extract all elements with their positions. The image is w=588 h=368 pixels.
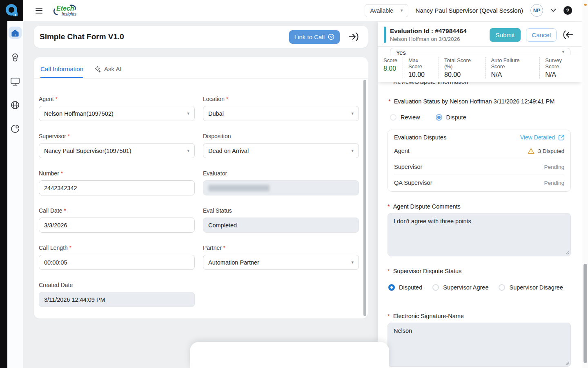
field-label: Disposition xyxy=(203,133,359,139)
radio-supervisor-disagree[interactable]: Supervisor Disagree xyxy=(499,284,563,291)
pie-chart-icon xyxy=(10,124,20,134)
agent-dispute-comments-textarea[interactable]: I don't agree with three points xyxy=(388,213,571,256)
location-select[interactable]: Dubai ▾ xyxy=(203,106,359,121)
sidebar-item-web[interactable] xyxy=(10,100,20,110)
agent-badge-icon xyxy=(10,53,20,63)
form-tabs: Call Information Ask AI xyxy=(34,57,368,79)
number-input[interactable]: 2442342342 xyxy=(39,180,195,195)
hamburger-menu-icon[interactable] xyxy=(36,8,42,13)
auto-failure-score-item: Auto Failure Score N/A xyxy=(485,57,539,79)
evaluation-id: Evaluation Id : #47984464 xyxy=(390,27,467,35)
partner-select[interactable]: Automation Partner ▾ xyxy=(203,255,359,270)
field-call-length: Call Length 00:00:05 xyxy=(39,245,195,270)
max-score-item: Max Score 10.00 xyxy=(403,57,439,79)
svg-text:Etech: Etech xyxy=(56,5,74,12)
field-agent: Agent Nelson Hoffman(1097502) ▾ xyxy=(39,96,195,121)
sidebar-item-agents[interactable] xyxy=(10,53,20,63)
accent-bar xyxy=(384,27,386,43)
radio-circle xyxy=(499,284,505,291)
left-rail xyxy=(0,0,7,368)
radio-disputed[interactable]: Disputed xyxy=(388,284,422,291)
form-scrollbar[interactable] xyxy=(363,80,366,316)
chevron-down-icon: ▾ xyxy=(351,111,354,116)
field-label: Call Date xyxy=(39,207,195,214)
topbar-right: Available ▾ Nancy Paul Supervisor (Qeval… xyxy=(365,4,572,17)
sidebar-item-desktop[interactable] xyxy=(10,77,20,86)
radio-dispute[interactable]: Dispute xyxy=(436,114,466,121)
back-arrow-icon[interactable] xyxy=(563,29,574,40)
evaluation-panel: Evaluation Id : #47984464 Nelson Hoffman… xyxy=(378,22,582,368)
call-information-card: Call Information Ask AI Agent xyxy=(34,57,368,319)
call-length-input[interactable]: 00:00:05 xyxy=(39,255,195,270)
warning-icon xyxy=(528,148,535,154)
radio-review[interactable]: Review xyxy=(390,114,420,121)
survey-score-item: Survey Score N/A xyxy=(539,57,582,79)
field-number: Number 2442342342 xyxy=(39,170,195,195)
chevron-down-icon: ▾ xyxy=(187,111,189,116)
supervisor-dispute-status-label: *Supervisor Dispute Status xyxy=(388,268,571,274)
evaluation-body: Review/Dispute Information *Evaluation S… xyxy=(378,78,582,367)
dispute-row-qa-supervisor: QA Supervisor Pending xyxy=(394,175,564,191)
link-to-call-button[interactable]: Link to Call xyxy=(289,30,340,44)
agent-dispute-comments-label: *Agent Dispute Comments xyxy=(388,203,571,210)
tab-call-information[interactable]: Call Information xyxy=(40,65,83,78)
availability-select[interactable]: Available ▾ xyxy=(365,4,408,17)
score-item: Score 8.00 xyxy=(383,57,403,79)
user-session-label: Nancy Paul Supervisor (Qeval Session) xyxy=(416,7,523,14)
eval-status-field: Completed xyxy=(203,218,359,233)
tab-ask-ai[interactable]: Ask AI xyxy=(95,65,122,78)
page-scrollbar[interactable] xyxy=(582,0,588,368)
scrolled-question-peek: Yes ▾ xyxy=(390,47,570,55)
help-icon[interactable]: ? xyxy=(564,6,572,15)
field-label: Location xyxy=(203,96,359,102)
scrollbar-thumb[interactable] xyxy=(584,264,587,363)
globe-icon xyxy=(10,100,20,110)
required-asterisk: * xyxy=(388,313,390,319)
submit-button[interactable]: Submit xyxy=(490,28,521,42)
chevron-down-icon[interactable] xyxy=(550,9,556,12)
resize-handle-icon[interactable] xyxy=(566,361,569,365)
resize-handle-icon[interactable] xyxy=(566,251,569,255)
sparkle-icon xyxy=(95,66,101,72)
redacted-value xyxy=(208,185,270,191)
field-created-date: Created Date 3/11/2026 12:44:09 PM xyxy=(39,282,195,307)
chevron-down-icon: ▾ xyxy=(351,148,354,153)
agent-select[interactable]: Nelson Hoffman(1097502) ▾ xyxy=(39,106,195,121)
main-area: Simple Chat Form V1.0 Link to Call C xyxy=(23,21,378,368)
page-title: Simple Chat Form V1.0 xyxy=(40,32,124,41)
chevron-down-icon: ▾ xyxy=(401,8,403,13)
evaluation-status-options: Review Dispute xyxy=(390,114,571,121)
electronic-signature-label: *Electronic Signature-Name xyxy=(388,313,571,319)
call-date-input[interactable]: 3/3/2026 xyxy=(39,218,195,233)
form-fields: Agent Nelson Hoffman(1097502) ▾ Location… xyxy=(34,79,368,307)
disputes-title: Evaluation Disputes xyxy=(394,134,446,141)
field-label: Agent xyxy=(39,96,195,102)
avatar[interactable]: NP xyxy=(530,4,543,17)
radio-supervisor-agree[interactable]: Supervisor Agree xyxy=(432,284,488,291)
monitor-icon xyxy=(10,77,20,86)
field-supervisor: Supervisor Nancy Paul Supervisor(1097501… xyxy=(39,133,195,158)
created-date-field: 3/11/2026 12:44:09 PM xyxy=(39,292,195,307)
sidebar-item-home[interactable] xyxy=(9,27,22,39)
bottom-popup-panel[interactable] xyxy=(190,342,389,368)
chevron-down-icon: ▾ xyxy=(562,49,564,54)
supervisor-select[interactable]: Nancy Paul Supervisor(1097501) ▾ xyxy=(39,143,195,158)
view-detailed-link[interactable]: View Detailed xyxy=(520,134,564,141)
disposition-select[interactable]: Dead on Arrival ▾ xyxy=(203,143,359,158)
field-label: Eval Status xyxy=(203,207,359,214)
sidebar-item-reports[interactable] xyxy=(10,124,20,134)
radio-circle xyxy=(390,114,396,121)
field-location: Location Dubai ▾ xyxy=(203,96,359,121)
score-summary-bar: Score 8.00 Max Score 10.00 Total Score (… xyxy=(378,55,582,82)
cancel-button[interactable]: Cancel xyxy=(526,28,557,42)
svg-text:Insights: Insights xyxy=(62,11,77,16)
field-disposition: Disposition Dead on Arrival ▾ xyxy=(203,133,359,158)
field-eval-status: Eval Status Completed xyxy=(203,207,359,233)
electronic-signature-textarea[interactable]: Nelson xyxy=(388,323,571,367)
field-label: Supervisor xyxy=(39,133,195,139)
chevron-down-icon: ▾ xyxy=(187,148,189,153)
required-asterisk: * xyxy=(388,203,390,210)
qeval-logo[interactable] xyxy=(0,0,23,21)
collapse-panel-arrow-icon[interactable] xyxy=(348,31,359,42)
field-call-date: Call Date 3/3/2026 xyxy=(39,207,195,233)
